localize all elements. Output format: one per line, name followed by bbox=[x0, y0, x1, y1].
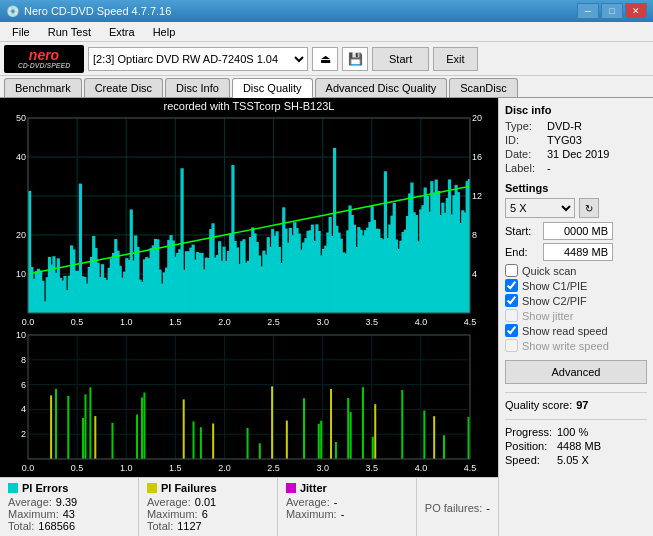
show-c2pif-row: Show C2/PIF bbox=[505, 294, 647, 307]
show-jitter-row: Show jitter bbox=[505, 309, 647, 322]
show-write-speed-row: Show write speed bbox=[505, 339, 647, 352]
title-bar: 💿 Nero CD-DVD Speed 4.7.7.16 ─ □ ✕ bbox=[0, 0, 653, 22]
right-panel: Disc info Type: DVD-R ID: TYG03 Date: 31… bbox=[498, 98, 653, 536]
chart-area: recorded with TSSTcorp SH-B123L PI Error… bbox=[0, 98, 498, 536]
minimize-button[interactable]: ─ bbox=[577, 3, 599, 19]
window-title: Nero CD-DVD Speed 4.7.7.16 bbox=[24, 5, 171, 17]
pi-failures-title: PI Failures bbox=[161, 482, 217, 494]
disc-date-label: Date: bbox=[505, 148, 547, 160]
tab-disc-quality[interactable]: Disc Quality bbox=[232, 78, 313, 98]
pi-errors-dot bbox=[8, 483, 18, 493]
settings-title: Settings bbox=[505, 182, 647, 194]
quality-score-value: 97 bbox=[576, 399, 588, 411]
app-icon: 💿 bbox=[6, 5, 20, 18]
pi-failures-avg-value: 0.01 bbox=[195, 496, 216, 508]
jitter-avg-value: - bbox=[334, 496, 338, 508]
disc-id-value: TYG03 bbox=[547, 134, 582, 146]
speed-label: Speed: bbox=[505, 454, 557, 466]
position-label: Position: bbox=[505, 440, 557, 452]
progress-label: Progress: bbox=[505, 426, 557, 438]
disc-id-label: ID: bbox=[505, 134, 547, 146]
nero-logo: nero CD·DVD/SPEED bbox=[4, 45, 84, 73]
speed-selector[interactable]: 5 X bbox=[505, 198, 575, 218]
pi-errors-avg-value: 9.39 bbox=[56, 496, 77, 508]
legend-area: PI Errors Average: 9.39 Maximum: 43 Tota… bbox=[0, 477, 498, 536]
pi-failures-max-value: 6 bbox=[202, 508, 208, 520]
disc-label-label: Label: bbox=[505, 162, 547, 174]
pi-failures-dot bbox=[147, 483, 157, 493]
maximize-button[interactable]: □ bbox=[601, 3, 623, 19]
pi-errors-max-value: 43 bbox=[63, 508, 75, 520]
drive-selector[interactable]: [2:3] Optiarc DVD RW AD-7240S 1.04 bbox=[88, 47, 308, 71]
quick-scan-checkbox[interactable] bbox=[505, 264, 518, 277]
jitter-avg-label: Average: bbox=[286, 496, 330, 508]
jitter-dot bbox=[286, 483, 296, 493]
menu-help[interactable]: Help bbox=[145, 24, 184, 40]
show-c1pie-label: Show C1/PIE bbox=[522, 280, 587, 292]
tab-create-disc[interactable]: Create Disc bbox=[84, 78, 163, 97]
menu-run-test[interactable]: Run Test bbox=[40, 24, 99, 40]
position-value: 4488 MB bbox=[557, 440, 601, 452]
show-jitter-checkbox[interactable] bbox=[505, 309, 518, 322]
disc-type-value: DVD-R bbox=[547, 120, 582, 132]
tab-disc-info[interactable]: Disc Info bbox=[165, 78, 230, 97]
po-failures-value: - bbox=[486, 502, 490, 514]
quick-scan-row: Quick scan bbox=[505, 264, 647, 277]
end-label: End: bbox=[505, 246, 543, 258]
show-jitter-label: Show jitter bbox=[522, 310, 573, 322]
pi-errors-max-label: Maximum: bbox=[8, 508, 59, 520]
show-c2pif-label: Show C2/PIF bbox=[522, 295, 587, 307]
show-c2pif-checkbox[interactable] bbox=[505, 294, 518, 307]
disc-label-value: - bbox=[547, 162, 551, 174]
menu-extra[interactable]: Extra bbox=[101, 24, 143, 40]
disc-date-value: 31 Dec 2019 bbox=[547, 148, 609, 160]
pi-failures-legend: PI Failures Average: 0.01 Maximum: 6 Tot… bbox=[139, 478, 278, 536]
progress-section: Progress: 100 % Position: 4488 MB Speed:… bbox=[505, 419, 647, 466]
toolbar: nero CD·DVD/SPEED [2:3] Optiarc DVD RW A… bbox=[0, 42, 653, 76]
pi-failures-total-label: Total: bbox=[147, 520, 173, 532]
speed-value: 5.05 X bbox=[557, 454, 589, 466]
advanced-button[interactable]: Advanced bbox=[505, 360, 647, 384]
disc-info-title: Disc info bbox=[505, 104, 647, 116]
show-read-speed-label: Show read speed bbox=[522, 325, 608, 337]
show-write-speed-label: Show write speed bbox=[522, 340, 609, 352]
pi-errors-title: PI Errors bbox=[22, 482, 68, 494]
menu-file[interactable]: File bbox=[4, 24, 38, 40]
po-failures-section: PO failures: - bbox=[417, 478, 498, 536]
jitter-max-label: Maximum: bbox=[286, 508, 337, 520]
main-content: recorded with TSSTcorp SH-B123L PI Error… bbox=[0, 98, 653, 536]
pi-failures-total-value: 1127 bbox=[177, 520, 201, 532]
po-failures-label: PO failures: bbox=[425, 502, 482, 514]
tab-advanced-disc-quality[interactable]: Advanced Disc Quality bbox=[315, 78, 448, 97]
close-button[interactable]: ✕ bbox=[625, 3, 647, 19]
tab-scan-disc[interactable]: ScanDisc bbox=[449, 78, 517, 97]
jitter-max-value: - bbox=[341, 508, 345, 520]
show-write-speed-checkbox[interactable] bbox=[505, 339, 518, 352]
end-input[interactable] bbox=[543, 243, 613, 261]
main-chart bbox=[0, 114, 498, 477]
pi-errors-legend: PI Errors Average: 9.39 Maximum: 43 Tota… bbox=[0, 478, 139, 536]
pi-errors-total-label: Total: bbox=[8, 520, 34, 532]
exit-button[interactable]: Exit bbox=[433, 47, 477, 71]
jitter-legend: Jitter Average: - Maximum: - bbox=[278, 478, 417, 536]
menu-bar: File Run Test Extra Help bbox=[0, 22, 653, 42]
tab-bar: Benchmark Create Disc Disc Info Disc Qua… bbox=[0, 76, 653, 98]
quick-scan-label: Quick scan bbox=[522, 265, 576, 277]
eject-icon-button[interactable]: ⏏ bbox=[312, 47, 338, 71]
disc-type-label: Type: bbox=[505, 120, 547, 132]
pi-failures-avg-label: Average: bbox=[147, 496, 191, 508]
pi-errors-total-value: 168566 bbox=[38, 520, 75, 532]
refresh-button[interactable]: ↻ bbox=[579, 198, 599, 218]
show-c1pie-row: Show C1/PIE bbox=[505, 279, 647, 292]
pi-failures-max-label: Maximum: bbox=[147, 508, 198, 520]
start-input[interactable] bbox=[543, 222, 613, 240]
start-button[interactable]: Start bbox=[372, 47, 429, 71]
show-read-speed-row: Show read speed bbox=[505, 324, 647, 337]
tab-benchmark[interactable]: Benchmark bbox=[4, 78, 82, 97]
quality-score-label: Quality score: bbox=[505, 399, 572, 411]
pi-errors-avg-label: Average: bbox=[8, 496, 52, 508]
save-icon-button[interactable]: 💾 bbox=[342, 47, 368, 71]
chart-title: recorded with TSSTcorp SH-B123L bbox=[0, 98, 498, 114]
show-c1pie-checkbox[interactable] bbox=[505, 279, 518, 292]
show-read-speed-checkbox[interactable] bbox=[505, 324, 518, 337]
